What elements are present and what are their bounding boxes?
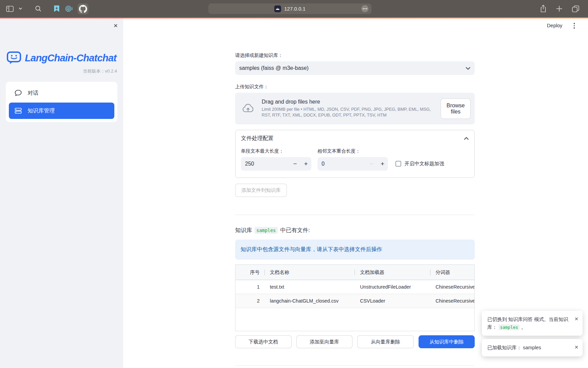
kb-select[interactable]: samples (faiss @ m3e-base)	[235, 61, 475, 75]
toast-message: 已加载知识库： samples	[487, 344, 572, 352]
cell-index: 2	[235, 294, 264, 308]
cell-docname: test.txt	[264, 280, 355, 294]
plus-stepper[interactable]: +	[300, 160, 311, 168]
page-settings-icon[interactable]	[361, 5, 369, 12]
address-bar[interactable]: 127.0.0.1	[208, 3, 372, 14]
search-icon[interactable]	[35, 5, 42, 12]
kb-files-prefix: 知识库	[235, 227, 252, 234]
app-title: LangChain-Chatchat	[25, 52, 116, 64]
col-header-index[interactable]: 序号	[235, 265, 264, 280]
delete-from-kb-button[interactable]: 从知识库中删除	[419, 335, 475, 348]
col-header-docname[interactable]: 文档名称	[264, 265, 355, 280]
streamlit-header: Deploy	[547, 22, 576, 30]
add-to-vectorstore-button[interactable]: 添加至向量库	[296, 335, 353, 348]
divider	[235, 365, 475, 366]
chunk-size-value: 250	[245, 161, 254, 167]
file-dropzone[interactable]: Drag and drop files here Limit 200MB per…	[235, 93, 475, 124]
zh-title-checkbox-label: 开启中文标题加强	[405, 160, 444, 167]
table-row[interactable]: 1 test.txt UnstructuredFileLoader Chines…	[235, 280, 474, 294]
chevron-up-icon	[464, 137, 469, 140]
cloud-upload-icon	[241, 102, 255, 116]
files-table: 序号 文档名称 文档加载器 分词器 1 test.txt Unstructure…	[235, 264, 475, 331]
plus-stepper[interactable]: +	[377, 160, 388, 168]
new-tab-icon[interactable]	[556, 5, 562, 12]
sidebar-item-dialogue[interactable]: 对话	[9, 85, 114, 101]
chevron-down-icon	[466, 67, 471, 70]
minus-stepper[interactable]: −	[290, 160, 300, 168]
chunk-size-label: 单段文本最大长度：	[241, 148, 311, 154]
toast-text: 。	[521, 324, 526, 330]
share-icon[interactable]	[540, 5, 546, 13]
cell-index: 1	[235, 280, 264, 294]
toast-stack: 已切换到 知识库问答 模式。当前知识库：samples。 ✕ 已加载知识库： s…	[482, 311, 583, 356]
table-row[interactable]: 2 langchain-ChatGLM_closed.csv CSVLoader…	[235, 294, 474, 308]
sidebar-menu: 对话 知识库管理	[6, 82, 117, 122]
kb-name-code: samples	[255, 227, 278, 234]
sidebar-item-kb-management[interactable]: 知识库管理	[9, 103, 114, 119]
kb-select-label: 请选择或新建知识库：	[235, 52, 475, 59]
info-alert: 知识库中包含源文件与向量库，请从下表中选择文件后操作	[235, 240, 475, 260]
download-selected-button[interactable]: 下载选中文档	[235, 335, 292, 348]
chatchat-logo-icon	[7, 51, 21, 65]
toast-message: 已切换到 知识库问答 模式。当前知识库：samples。	[487, 316, 572, 331]
overlap-size-value: 0	[322, 161, 325, 167]
page-content: 请选择或新建知识库： samples (faiss @ m3e-base) 上传…	[235, 52, 475, 366]
cell-splitter: ChineseRecursiveT	[430, 294, 474, 308]
expander-body: 单段文本最大长度： 250 − + 相邻文本重合长度： 0 − +	[235, 145, 474, 178]
deploy-button[interactable]: Deploy	[547, 23, 562, 28]
app-logo: LangChain-Chatchat	[0, 51, 123, 65]
file-actions: 下载选中文档 添加至向量库 从向量库删除 从知识库中删除	[235, 335, 475, 348]
overlap-size-label: 相邻文本重合长度：	[317, 148, 388, 154]
minus-stepper[interactable]: −	[366, 160, 377, 168]
col-header-loader[interactable]: 文档加载器	[355, 265, 430, 280]
browse-files-button[interactable]: Browse files	[441, 98, 471, 119]
chat-bubble-icon	[15, 90, 22, 96]
stack-icon	[15, 107, 22, 114]
chunk-size-input[interactable]: 250 − +	[241, 157, 311, 171]
close-icon[interactable]: ✕	[574, 345, 578, 352]
dropzone-limit: Limit 200MB per file • HTML, MD, JSON, C…	[262, 107, 434, 119]
cell-docname: langchain-ChatGLM_closed.csv	[264, 294, 355, 308]
toast-kb-loaded: 已加载知识库： samples ✕	[482, 339, 583, 356]
file-config-expander: 文件处理配置 单段文本最大长度： 250 − + 相邻文本重合长度：	[235, 130, 475, 178]
sidebar: × LangChain-Chatchat 当前版本：v0.2.4 对话	[0, 18, 123, 368]
sidebar-item-label: 对话	[28, 90, 38, 97]
kb-name-code: samples	[499, 324, 520, 330]
table-header-row: 序号 文档名称 文档加载器 分词器	[235, 265, 474, 280]
upload-label: 上传知识文件：	[235, 84, 475, 90]
site-favicon	[274, 5, 281, 12]
divider	[235, 215, 475, 215]
github-extension-icon[interactable]	[78, 3, 88, 14]
delete-from-vectorstore-button[interactable]: 从向量库删除	[357, 335, 414, 348]
add-files-button[interactable]: 添加文件到知识库	[235, 184, 287, 197]
url-text: 127.0.0.1	[284, 6, 306, 12]
kb-select-value: samples (faiss @ m3e-base)	[239, 65, 309, 71]
bookmark-extension-icon[interactable]	[53, 5, 60, 12]
cell-loader: CSVLoader	[355, 294, 430, 308]
toast-mode-switched: 已切换到 知识库问答 模式。当前知识库：samples。 ✕	[482, 311, 583, 336]
sidebar-toggle-icon[interactable]	[6, 6, 14, 12]
expander-title: 文件处理配置	[241, 135, 274, 142]
circles-extension-icon[interactable]	[65, 5, 72, 12]
close-icon[interactable]: ✕	[574, 317, 578, 331]
browser-toolbar: 127.0.0.1	[0, 0, 588, 17]
cell-splitter: ChineseRecursiveT	[430, 280, 474, 294]
tab-overview-icon[interactable]	[572, 5, 579, 12]
overlap-size-input[interactable]: 0 − +	[317, 157, 388, 171]
dropzone-title: Drag and drop files here	[262, 99, 434, 105]
main-menu-icon[interactable]	[573, 22, 576, 30]
col-header-splitter[interactable]: 分词器	[430, 265, 474, 280]
sidebar-item-label: 知识库管理	[28, 107, 55, 114]
expander-header[interactable]: 文件处理配置	[235, 130, 474, 145]
kb-files-suffix: 中已有文件:	[280, 227, 310, 234]
zh-title-checkbox-row: 开启中文标题加强	[395, 160, 444, 167]
cell-loader: UnstructuredFileLoader	[355, 280, 430, 294]
kb-files-heading: 知识库 samples 中已有文件:	[235, 227, 475, 234]
chevron-down-icon[interactable]	[19, 7, 22, 10]
checkbox-unchecked[interactable]	[395, 161, 401, 167]
sidebar-close-icon[interactable]: ×	[114, 22, 118, 29]
version-label: 当前版本：v0.2.4	[0, 68, 123, 74]
